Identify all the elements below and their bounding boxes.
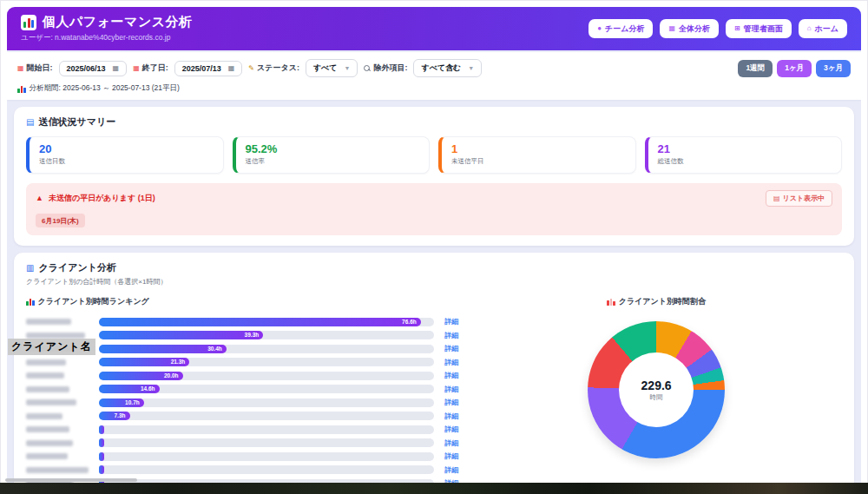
- pencil-icon: ✎: [248, 65, 254, 72]
- client-name-blur: [26, 453, 68, 459]
- unsent-date-badge: 6月19日(木): [36, 214, 85, 227]
- client-name-masked: [26, 467, 99, 473]
- stat-card-unsent-days: 1未送信平日: [438, 136, 636, 174]
- ranking-row: 14.6h詳細: [26, 383, 458, 397]
- bar-chart-logo-icon: [21, 15, 36, 30]
- bar-chart-icon: [26, 298, 35, 306]
- donut-chart: 229.6 時間: [588, 321, 725, 458]
- bar-value-label: 14.6h: [141, 385, 155, 393]
- detail-link[interactable]: 詳細: [434, 358, 458, 367]
- client-name-blur: [26, 440, 73, 446]
- calendar-picker-icon[interactable]: ▦: [228, 64, 235, 72]
- start-date-label: ▦ 開始日:: [17, 63, 53, 74]
- bar: [99, 438, 104, 447]
- bar-value-label: 30.4h: [207, 345, 222, 353]
- end-date-input[interactable]: 2025/07/13 ▦: [174, 61, 243, 76]
- list-display-button[interactable]: ▤ リスト表示中: [766, 190, 832, 207]
- calendar-picker-icon[interactable]: ▦: [113, 64, 120, 72]
- admin-screen-icon: ⊞: [734, 25, 740, 32]
- exclude-select[interactable]: すべて含む ▼: [413, 59, 482, 77]
- nav-button-home[interactable]: ⌂ホーム: [799, 19, 847, 38]
- stat-card-send-rate: 95.2%送信率: [233, 136, 431, 174]
- ranking-row: 21.3h詳細: [26, 356, 458, 370]
- stat-value: 21: [658, 142, 832, 155]
- bar-track: 30.4h: [99, 345, 434, 353]
- donut-chart-title: クライアント別時間割合: [470, 296, 842, 307]
- range-button-3months[interactable]: 3ヶ月: [816, 60, 851, 77]
- team-analysis-icon: ●: [597, 25, 602, 32]
- nav-button-label: 管理者画面: [744, 23, 783, 35]
- range-button-1week[interactable]: 1週間: [738, 60, 773, 77]
- detail-link[interactable]: 詳細: [434, 317, 458, 326]
- nav-button-admin[interactable]: ⊞管理者画面: [726, 19, 792, 38]
- people-chart-icon: ▥: [26, 264, 34, 273]
- bar-track: 39.3h: [99, 331, 434, 339]
- bar: 39.3h: [99, 331, 263, 339]
- nav-button-overall[interactable]: ▦全体分析: [660, 19, 719, 38]
- client-name-blur: [26, 386, 69, 392]
- donut-center-label: 229.6 時間: [588, 321, 725, 458]
- bar: 14.6h: [99, 385, 160, 393]
- bar-value-label: 7.3h: [115, 412, 126, 420]
- bar-value-label: 20.0h: [164, 372, 179, 380]
- client-name-masked: [26, 399, 99, 405]
- bar-track: 21.3h: [99, 358, 434, 366]
- detail-link[interactable]: 詳細: [434, 451, 458, 461]
- range-button-1month[interactable]: 1ヶ月: [777, 60, 812, 77]
- detail-link[interactable]: 詳細: [434, 344, 458, 353]
- client-name-masked: [26, 413, 99, 419]
- bar-value-label: 21.3h: [171, 358, 186, 366]
- horizontal-scrollbar-thumb[interactable]: [5, 478, 137, 482]
- summary-stats: 20送信日数95.2%送信率1未送信平日21総送信数: [26, 136, 842, 174]
- detail-link[interactable]: 詳細: [434, 465, 458, 475]
- pie-chart-icon: [607, 298, 615, 306]
- ranking-row: 詳細: [26, 450, 458, 464]
- client-name-blur: [26, 399, 76, 405]
- desktop-background-strip: [0, 483, 868, 494]
- app-header: 個人パフォーマンス分析 ユーザー: n.watanabe%40cyber-rec…: [7, 7, 861, 50]
- start-date-input[interactable]: 2025/06/13 ▦: [59, 61, 128, 76]
- range-buttons: 1週間1ヶ月3ヶ月: [738, 60, 851, 77]
- filter-bar: ▦ 開始日: 2025/06/13 ▦ ▦ 終了日: 2025/07/13 ▦ …: [7, 52, 861, 100]
- summary-section-title: ▤ 送信状況サマリー: [26, 115, 842, 128]
- nav-button-team[interactable]: ●チーム分析: [589, 19, 653, 38]
- stat-value: 20: [39, 142, 214, 155]
- header-nav: ●チーム分析▦全体分析⊞管理者画面⌂ホーム: [589, 19, 847, 38]
- ranking-row: 76.6h詳細: [26, 315, 458, 329]
- detail-link[interactable]: 詳細: [434, 398, 458, 407]
- alert-message: ▲ 未送信の平日があります (1日): [36, 193, 155, 204]
- client-analysis-subtitle: クライアント別の合計時間（各選択×1時間）: [26, 277, 842, 287]
- client-analysis-card: ▥ クライアント分析 クライアント別の合計時間（各選択×1時間） クライアント別…: [14, 253, 854, 483]
- bar-track: 20.0h: [99, 372, 434, 380]
- analysis-period-text: 分析期間: 2025-06-13 ～ 2025-07-13 (21平日): [30, 83, 180, 94]
- nav-button-label: ホーム: [815, 23, 838, 35]
- header-title-block: 個人パフォーマンス分析 ユーザー: n.watanabe%40cyber-rec…: [21, 14, 193, 43]
- detail-link[interactable]: 詳細: [434, 425, 458, 434]
- total-hours-unit: 時間: [650, 393, 663, 402]
- status-select[interactable]: すべて ▼: [306, 59, 358, 77]
- bar-track: 76.6h: [99, 318, 434, 326]
- client-name-masked: [26, 372, 99, 379]
- client-name-masked: [26, 386, 99, 392]
- screenshot-root: 個人パフォーマンス分析 ユーザー: n.watanabe%40cyber-rec…: [0, 0, 868, 494]
- bar: [99, 425, 104, 434]
- stat-label: 送信率: [246, 157, 420, 166]
- search-icon: [364, 65, 371, 72]
- detail-link[interactable]: 詳細: [434, 385, 458, 394]
- client-name-masked: [26, 453, 99, 459]
- client-name-masked: [26, 319, 99, 325]
- mini-chart-icon: [17, 85, 26, 93]
- ranking-row: 詳細: [26, 437, 458, 451]
- stat-value: 95.2%: [246, 142, 420, 155]
- client-analysis-title: ▥ クライアント分析: [26, 261, 842, 274]
- calendar-icon: ▦: [133, 65, 140, 72]
- detail-link[interactable]: 詳細: [434, 438, 458, 448]
- detail-link[interactable]: 詳細: [434, 412, 458, 421]
- status-label: ✎ ステータス:: [248, 63, 299, 74]
- chevron-down-icon: ▼: [345, 65, 351, 71]
- detail-link[interactable]: 詳細: [434, 331, 458, 340]
- detail-link[interactable]: 詳細: [434, 371, 458, 380]
- ranking-row: 10.7h詳細: [26, 396, 458, 410]
- client-name-masked: [26, 333, 99, 339]
- nav-button-label: チーム分析: [605, 23, 644, 35]
